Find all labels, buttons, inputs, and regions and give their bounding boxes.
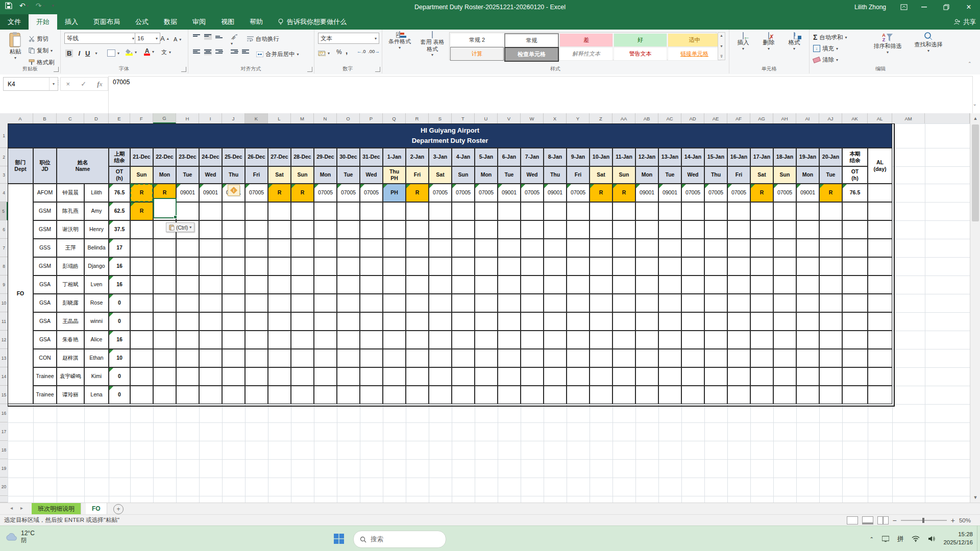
duty-cell[interactable] [291,202,314,220]
duty-cell[interactable] [176,276,199,294]
duty-cell[interactable] [819,239,842,257]
fill-handle[interactable] [174,215,177,219]
name-box[interactable]: K4▾ [3,77,58,91]
duty-cell[interactable]: R [268,184,291,202]
duty-cell[interactable] [796,202,819,220]
duty-cell[interactable] [199,386,222,404]
row-header-20[interactable]: 20 [0,478,8,496]
duty-cell[interactable] [704,276,727,294]
duty-cell[interactable] [429,367,452,386]
cell-name-en[interactable]: Alice [84,331,109,349]
duty-cell[interactable] [521,312,544,331]
duty-cell[interactable] [406,331,429,349]
duty-cell[interactable] [383,239,406,257]
header-day-13-Jan[interactable]: Tue [658,166,681,184]
duty-cell[interactable] [819,257,842,276]
duty-cell[interactable] [406,220,429,239]
style-warning-text[interactable]: 警告文本 [614,47,667,61]
column-header-T[interactable]: T [452,113,475,123]
header-day-26-Dec[interactable]: Fri [245,166,268,184]
header-date-28-Dec[interactable]: 28-Dec [291,148,314,166]
duty-cell[interactable] [750,386,773,404]
duty-cell[interactable] [291,220,314,239]
duty-cell[interactable] [199,349,222,367]
duty-cell[interactable] [314,312,337,331]
cell-name-en[interactable]: Ethan [84,349,109,367]
duty-cell[interactable] [819,367,842,386]
column-header-H[interactable]: H [176,113,199,123]
duty-cell[interactable] [819,202,842,220]
duty-cell[interactable] [681,239,704,257]
align-right-icon[interactable] [215,49,223,55]
duty-cell[interactable] [819,349,842,367]
duty-cell[interactable] [268,349,291,367]
duty-cell[interactable] [199,220,222,239]
duty-cell[interactable] [612,239,635,257]
duty-cell[interactable] [681,386,704,404]
header-day-24-Dec[interactable]: Wed [199,166,222,184]
duty-cell[interactable] [337,367,360,386]
duty-cell[interactable] [199,331,222,349]
clear-button[interactable]: 清除▾ [813,55,838,65]
decrease-indent-icon[interactable] [231,49,238,55]
duty-cell[interactable] [727,257,750,276]
start-button[interactable] [331,531,347,547]
duty-cell[interactable] [314,202,337,220]
duty-cell[interactable]: R [130,184,153,202]
increase-decimal-button[interactable]: ←.0 [357,48,365,54]
row-header-13[interactable]: 13 [0,349,8,367]
duty-cell[interactable] [383,220,406,239]
duty-cell[interactable] [383,202,406,220]
tray-chevron-icon[interactable]: ⌃ [870,536,874,542]
column-header-AB[interactable]: AB [635,113,658,123]
wrap-text-button[interactable]: 自动换行 [247,34,279,44]
duty-cell[interactable] [199,367,222,386]
duty-cell[interactable] [635,257,658,276]
duty-cell[interactable] [521,257,544,276]
tray-device-icon[interactable] [882,536,889,542]
increase-indent-icon[interactable] [242,49,250,55]
column-header-filler[interactable] [925,113,970,123]
duty-cell[interactable] [727,294,750,312]
duty-cell[interactable] [819,276,842,294]
duty-cell[interactable] [153,257,176,276]
duty-cell[interactable] [635,276,658,294]
fill-color-button[interactable]: ▾ [126,47,137,57]
cell-name-cn[interactable]: 彭晓露 [57,294,84,312]
duty-cell[interactable] [727,386,750,404]
column-header-C[interactable]: C [57,113,84,123]
cell-name-cn[interactable]: 丁相斌 [57,276,84,294]
duty-cell[interactable] [796,331,819,349]
duty-cell[interactable] [773,349,796,367]
duty-cell[interactable] [773,257,796,276]
header-date-3-Jan[interactable]: 3-Jan [429,148,452,166]
duty-cell[interactable] [498,294,521,312]
duty-cell[interactable] [773,202,796,220]
duty-cell[interactable] [612,276,635,294]
show-desktop-button[interactable] [977,525,980,551]
duty-cell[interactable] [429,202,452,220]
dept-group-cell[interactable]: FO [8,184,33,404]
duty-cell[interactable] [635,386,658,404]
duty-cell[interactable] [475,386,498,404]
align-left-icon[interactable] [193,49,201,55]
duty-cell[interactable] [658,331,681,349]
column-header-K[interactable]: K [245,113,268,123]
duty-cell[interactable] [773,239,796,257]
duty-cell[interactable] [406,386,429,404]
align-center-icon[interactable] [204,49,212,55]
cell-cur-ot[interactable] [842,257,868,276]
duty-cell[interactable] [681,276,704,294]
header-date-14-Jan[interactable]: 14-Jan [681,148,704,166]
header-date-23-Dec[interactable]: 23-Dec [176,148,199,166]
duty-cell[interactable] [544,220,567,239]
column-header-AG[interactable]: AG [750,113,773,123]
format-cells-button[interactable]: |↔| 格式▾ [783,33,805,51]
signed-in-user[interactable]: Lilith Zhong [854,4,886,11]
duty-cell[interactable] [704,202,727,220]
fill-button[interactable]: ↓ 填充▾ [813,43,838,54]
row-header-7[interactable]: 7 [0,239,8,257]
duty-cell[interactable] [567,294,590,312]
duty-cell[interactable] [314,239,337,257]
duty-cell[interactable] [727,312,750,331]
